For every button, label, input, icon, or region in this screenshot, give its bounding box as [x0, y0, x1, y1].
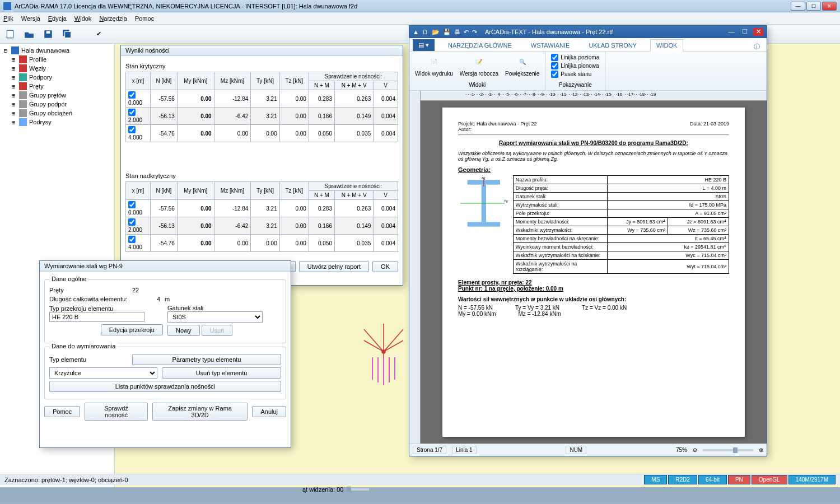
status-seg-memory: 140M/2917M: [788, 475, 836, 484]
tab-uklad[interactable]: UKŁAD STRONY: [583, 40, 642, 51]
tree-item-grupy-podpor[interactable]: ⊞Grupy podpór: [10, 100, 112, 109]
tree-item-grupy-pretow[interactable]: ⊞Grupy prętów: [10, 91, 112, 100]
zoom-slider[interactable]: [703, 449, 753, 451]
text-close-button[interactable]: ✕: [753, 28, 763, 36]
text-editor-titlebar: ▲ 🗋 📂 💾 🖶 ↶ ↷ ArCADia-TEXT - Hala dwunaw…: [409, 26, 767, 38]
view-angle-label: ąt widzenia: 00: [302, 486, 369, 493]
row-checkbox[interactable]: [128, 236, 136, 243]
geometry-table: Nazwa profilu:HE 220 B Długość pręta:L =…: [513, 175, 729, 274]
tree-item-wezly[interactable]: ⊞Węzły: [10, 64, 112, 73]
steel-grade-select[interactable]: St0S: [167, 311, 263, 323]
menu-pomoc[interactable]: Pomoc: [135, 15, 154, 22]
chk-ruler-v[interactable]: Linijka pionowa: [551, 62, 599, 69]
table-supercritical: x [m]N [kN]My [kNm]Mz [kNm]Ty [kN]Tz [kN…: [125, 181, 398, 252]
qat-undo-icon[interactable]: ↶: [464, 29, 469, 36]
svg-point-5: [382, 350, 385, 353]
zoom-button[interactable]: 🔍Powiększenie: [505, 54, 539, 77]
new-grade-button[interactable]: Nowy: [167, 325, 200, 336]
cancel-button[interactable]: Anuluj: [252, 406, 286, 417]
minimize-button[interactable]: —: [791, 2, 805, 11]
tree-item-podpory[interactable]: ⊞Podpory: [10, 73, 112, 82]
text-editor-window: ▲ 🗋 📂 💾 🖶 ↶ ↷ ArCADia-TEXT - Hala dwunaw…: [409, 25, 767, 456]
chk-ruler-h[interactable]: Linijka pozioma: [551, 54, 599, 61]
check-capacity-button[interactable]: Sprawdź nośność: [85, 403, 148, 421]
app-icon: [3, 2, 11, 10]
edit-section-button[interactable]: Edycja przekroju: [101, 324, 163, 335]
full-report-button[interactable]: Utwórz pełny raport: [299, 261, 369, 272]
chk-status-bar[interactable]: Pasek stanu: [551, 71, 599, 78]
row-checkbox[interactable]: [128, 91, 136, 99]
qat-open-icon[interactable]: 📂: [432, 29, 440, 36]
toolbar-saveall-icon[interactable]: [60, 27, 74, 41]
check-points-list-button[interactable]: Lista punktów sprawdzania nośności: [49, 381, 281, 392]
menu-plik[interactable]: Plik: [3, 15, 13, 22]
tree-item-prety[interactable]: ⊞Pręty: [10, 82, 112, 91]
table-row[interactable]: 2.000-56.130.00-6.423.210.000.1660.1490.…: [126, 108, 398, 125]
help-button[interactable]: Pomoc: [44, 406, 80, 417]
print-view-button[interactable]: 📄Widok wydruku: [415, 54, 453, 77]
toolbar-open-icon[interactable]: [22, 27, 36, 41]
menu-edycja[interactable]: Edycja: [48, 15, 67, 22]
table-row[interactable]: 2.000-56.130.00-6.423.210.000.1660.1490.…: [126, 217, 398, 235]
row-checkbox[interactable]: [128, 109, 136, 116]
section-supercritical: Stan nadkrytyczny: [125, 172, 398, 179]
toolbar-new-icon[interactable]: [3, 27, 17, 41]
status-zoom: 75%: [676, 447, 687, 453]
file-tab[interactable]: ▤ ▾: [413, 39, 435, 51]
tree-item-grupy-obciazen[interactable]: ⊞Grupy obciążeń: [10, 109, 112, 118]
text-editor-statusbar: Strona 1/7 Linia 1 NUM 75% ⊖ ⊕: [409, 444, 767, 456]
delete-element-type-button[interactable]: Usuń typ elementu: [162, 367, 281, 379]
text-maximize-button[interactable]: ☐: [740, 28, 750, 36]
table-critical: x [m]N [kN]My [kNm]Mz [kNm]Ty [kN]Tz [kN…: [125, 72, 398, 142]
text-minimize-button[interactable]: —: [726, 28, 736, 36]
menu-wersja[interactable]: Wersja: [21, 15, 40, 22]
svg-rect-4: [65, 31, 71, 38]
document-area: · · ·1· · ·2· · ·3· · ·4· · ·5· · ·6· · …: [409, 91, 767, 444]
row-checkbox[interactable]: [128, 126, 136, 133]
menu-narzedzia[interactable]: Narzędzia: [99, 15, 127, 22]
qat-redo-icon[interactable]: ↷: [472, 29, 477, 36]
save-changes-button[interactable]: Zapisz zmiany w Rama 3D/2D: [152, 403, 248, 421]
zoom-in-button[interactable]: ⊕: [759, 447, 763, 453]
table-row[interactable]: 4.000-54.760.000.000.000.000.0500.0350.0…: [126, 125, 398, 142]
help-icon[interactable]: ⓘ: [754, 43, 760, 51]
toolbar-check-icon[interactable]: ✔: [92, 27, 105, 41]
dimensioning-dialog: Wymiarowanie stali wg PN-9 Dane ogólne P…: [39, 260, 291, 448]
qat-save-icon[interactable]: 💾: [443, 29, 451, 36]
delete-grade-button[interactable]: Usuń: [202, 325, 233, 336]
tree-item-podrysy[interactable]: ⊞Podrysy: [10, 118, 112, 127]
status-page: Strona 1/7: [413, 446, 446, 454]
ok-button[interactable]: OK: [372, 261, 398, 272]
qat-print-icon[interactable]: 🖶: [454, 29, 460, 35]
status-bar: Zaznaczono: prętów-1; węzłów-0; obciążeń…: [0, 474, 840, 485]
row-checkbox[interactable]: [128, 201, 136, 208]
maximize-button[interactable]: ☐: [806, 2, 821, 11]
status-seg-opengl: OpenGL: [752, 475, 787, 484]
element-params-button[interactable]: Parametry typu elementu: [132, 354, 281, 365]
svg-text:Zg: Zg: [482, 176, 486, 180]
qat-new-icon[interactable]: 🗋: [422, 29, 428, 35]
tab-widok[interactable]: WIDOK: [650, 39, 683, 52]
page-scroll[interactable]: Projekt: Hala dwunawowa - Pręt 22Autor: …: [421, 101, 767, 444]
tree-root[interactable]: ⊟ Hala dwunawowa: [2, 46, 112, 55]
section-type-input[interactable]: [49, 312, 144, 322]
close-button[interactable]: ✕: [822, 2, 837, 11]
tree-item-profile[interactable]: ⊞Profile: [10, 55, 112, 64]
draft-view-button[interactable]: 📝Wersja robocza: [460, 54, 498, 77]
svg-text:Yg: Yg: [504, 199, 508, 203]
table-row[interactable]: 0.000-57.560.00-12.843.210.000.2830.2630…: [126, 90, 398, 108]
status-seg-64bit: 64-bit: [698, 475, 727, 484]
tab-wstawianie[interactable]: WSTAWIANIE: [525, 40, 576, 51]
profile-diagram: YgZg: [458, 175, 510, 274]
table-row[interactable]: 0.000-57.560.00-12.843.210.000.2830.2630…: [126, 200, 398, 217]
document-page: Projekt: Hala dwunawowa - Pręt 22Autor: …: [442, 108, 745, 437]
toolbar-save-icon[interactable]: [41, 27, 55, 41]
tab-glowne[interactable]: NARZĘDZIA GŁÓWNE: [442, 40, 517, 51]
report-title: Raport wymiarowania stali wg PN-90/B0320…: [458, 140, 729, 146]
element-type-select[interactable]: Krzyżulce: [49, 367, 157, 379]
table-row[interactable]: 4.000-54.760.000.000.000.000.0500.0350.0…: [126, 235, 398, 252]
horizontal-ruler: · · ·1· · ·2· · ·3· · ·4· · ·5· · ·6· · …: [421, 91, 767, 101]
menu-widok[interactable]: Widok: [74, 15, 92, 22]
row-checkbox[interactable]: [128, 218, 136, 226]
zoom-out-button[interactable]: ⊖: [693, 447, 697, 453]
